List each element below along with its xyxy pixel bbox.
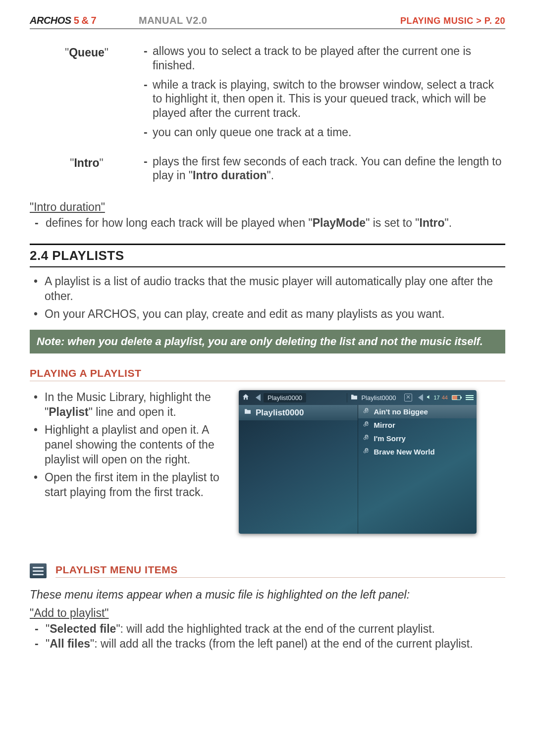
- brand-archos: ARCHOS: [30, 15, 71, 26]
- note-box: Note: when you delete a playlist, you ar…: [30, 330, 505, 354]
- queue-line-1: allows you to select a track to be playe…: [144, 44, 505, 73]
- subhead-playlist-menu-row: PLAYLIST MENU ITEMS: [30, 563, 505, 578]
- status-time-m: 44: [442, 395, 448, 401]
- folder-icon: [244, 407, 252, 418]
- music-note-icon: [363, 421, 370, 429]
- intro-post: ".: [267, 169, 274, 182]
- playing-playlist-row: In the Music Library, highlight the "Pla…: [30, 390, 505, 534]
- volume-icon: [426, 394, 432, 402]
- term-queue: "Queue": [30, 44, 144, 145]
- battery-icon: [452, 395, 461, 400]
- ds-body: Playlist0000 Ain't no Biggee Mirror I'm …: [239, 405, 477, 534]
- hamburger-menu-icon: [30, 563, 47, 578]
- status-bar: 17 44: [426, 394, 474, 402]
- intro-bold: Intro duration: [193, 169, 267, 182]
- brand-model: 5 & 7: [74, 15, 96, 26]
- ds-left-panel: Playlist0000: [239, 405, 358, 534]
- track-row[interactable]: Brave New World: [358, 445, 477, 458]
- close-icon[interactable]: ✕: [404, 394, 412, 402]
- idur-b2: Intro: [420, 216, 445, 229]
- home-icon[interactable]: [242, 393, 250, 403]
- ds-left-header-label: Playlist0000: [256, 408, 304, 418]
- idur-pre: defines for how long each track will be …: [46, 216, 313, 229]
- subhead-playing-playlist: PLAYING A PLAYLIST: [30, 367, 505, 381]
- playlists-bullet-2: On your ARCHOS, you can play, create and…: [34, 307, 505, 322]
- term-intro-label: Intro: [74, 156, 99, 169]
- add-row-1-txt: : will add the highlighted track at the …: [120, 622, 435, 635]
- queue-line-3: you can only queue one track at a time.: [144, 125, 505, 140]
- track-row[interactable]: Mirror: [358, 418, 477, 432]
- track-label: Mirror: [374, 421, 395, 429]
- definition-table: "Queue" allows you to select a track to …: [30, 44, 505, 188]
- add-row-1-b: Selected file: [50, 622, 116, 635]
- device-screenshot: Playlist0000 Playlist0000 ✕ 17 44: [239, 390, 477, 534]
- playlists-bullets: A playlist is a list of audio tracks tha…: [34, 274, 505, 322]
- def-body-intro: plays the first few seconds of each trac…: [144, 154, 505, 188]
- page-header: ARCHOS 5 & 7 MANUAL V2.0 PLAYING MUSIC >…: [30, 15, 505, 29]
- ds-top-right: Playlist0000 ✕ 17 44: [347, 393, 477, 403]
- subhead-playlist-menu: PLAYLIST MENU ITEMS: [55, 564, 505, 578]
- music-note-icon: [363, 448, 370, 456]
- rule-bottom: [30, 266, 505, 267]
- rule-top: [30, 244, 505, 245]
- def-row-queue: "Queue" allows you to select a track to …: [30, 44, 505, 145]
- idur-mid: " is set to ": [366, 216, 419, 229]
- track-label: I'm Sorry: [374, 434, 406, 443]
- playlists-bullet-1: A playlist is a list of audio tracks tha…: [34, 274, 505, 304]
- add-row-2-b: All files: [50, 637, 90, 650]
- track-row[interactable]: I'm Sorry: [358, 432, 477, 445]
- track-label: Ain't no Biggee: [374, 407, 428, 416]
- track-label: Brave New World: [374, 448, 435, 456]
- ds-left-header[interactable]: Playlist0000: [239, 405, 358, 420]
- term-intro: "Intro": [30, 154, 144, 188]
- section-title-24: 2.4 PLAYLISTS: [30, 248, 505, 263]
- intro-duration-heading: "Intro duration": [30, 201, 505, 214]
- idur-post: ".: [445, 216, 452, 229]
- manual-version: MANUAL V2.0: [139, 15, 400, 26]
- ds-crumb-left[interactable]: Playlist0000: [264, 393, 306, 403]
- breadcrumb: PLAYING MUSIC > P. 20: [400, 16, 505, 26]
- intro-duration-line: defines for how long each track will be …: [35, 216, 505, 231]
- back-icon-2[interactable]: [418, 394, 423, 401]
- pp-bullet-1: In the Music Library, highlight the "Pla…: [34, 390, 228, 420]
- playlist-menu-lead: These menu items appear when a music fil…: [30, 588, 505, 602]
- pp3-pre: Open the first item in the playlist to s…: [45, 471, 219, 499]
- ds-top-left: Playlist0000: [239, 393, 347, 403]
- pp-bullet-3: Open the first item in the playlist to s…: [34, 470, 228, 500]
- intro-line: plays the first few seconds of each trac…: [144, 154, 505, 183]
- add-to-playlist-heading: "Add to playlist": [30, 606, 505, 620]
- add-row-2: "All files": will add all the tracks (fr…: [35, 637, 505, 652]
- ds-topbar: Playlist0000 Playlist0000 ✕ 17 44: [239, 390, 477, 405]
- music-note-icon: [363, 434, 370, 443]
- brand: ARCHOS 5 & 7: [30, 15, 139, 26]
- ds-crumb-right: Playlist0000: [361, 393, 400, 403]
- add-row-2-txt: : will add all the tracks (from the left…: [94, 637, 473, 650]
- def-row-intro: "Intro" plays the first few seconds of e…: [30, 154, 505, 188]
- term-queue-label: Queue: [69, 46, 105, 59]
- add-row-1: "Selected file": will add the highlighte…: [35, 622, 505, 637]
- queue-line-2: while a track is playing, switch to the …: [144, 78, 505, 120]
- idur-b1: PlayMode: [313, 216, 366, 229]
- back-icon[interactable]: [256, 394, 261, 401]
- track-row[interactable]: Ain't no Biggee: [358, 405, 477, 418]
- pp2-pre: Highlight a playlist and open it. A pane…: [45, 423, 214, 466]
- ds-right-panel: Ain't no Biggee Mirror I'm Sorry Brave N…: [358, 405, 477, 534]
- status-time-h: 17: [434, 395, 440, 401]
- pp-bullet-2: Highlight a playlist and open it. A pane…: [34, 423, 228, 467]
- pp1-b: Playlist: [49, 405, 89, 418]
- menu-icon[interactable]: [466, 395, 474, 400]
- pp1-post: " line and open it.: [89, 405, 176, 418]
- def-body-queue: allows you to select a track to be playe…: [144, 44, 505, 145]
- music-note-icon: [363, 407, 370, 416]
- folder-icon[interactable]: [350, 393, 358, 403]
